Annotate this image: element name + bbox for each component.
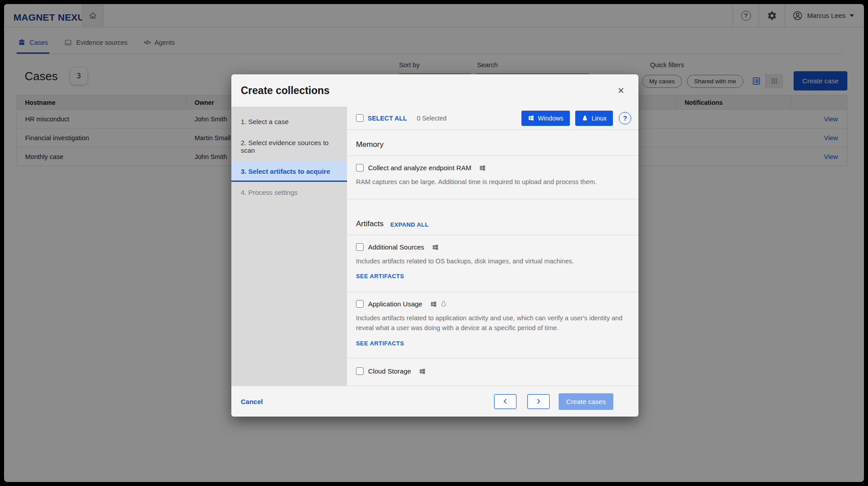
create-cases-button[interactable]: Create cases	[559, 393, 613, 410]
additional-sources-description: Includes artifacts related to OS backups…	[356, 256, 625, 266]
memory-section-title: Memory	[356, 140, 383, 149]
windows-button-label: Windows	[538, 115, 564, 122]
screen: MAGNET NEXUS™ ?	[4, 4, 864, 482]
modal-header: Create collections	[231, 74, 638, 107]
see-artifacts-link[interactable]: SEE ARTIFACTS	[356, 273, 404, 280]
wizard-steps: 1. Select a case 2. Select evidence sour…	[231, 107, 347, 386]
modal-body: 1. Select a case 2. Select evidence sour…	[231, 107, 638, 386]
create-collections-modal: Create collections 1. Select a case 2. S…	[231, 74, 638, 417]
next-step-button[interactable]	[527, 394, 550, 409]
select-all-link[interactable]: SELECT ALL	[368, 115, 407, 122]
chevron-left-icon	[502, 398, 509, 405]
windows-filter-button[interactable]: Windows	[521, 111, 570, 126]
artifacts-section-header: Artifacts EXPAND ALL	[347, 199, 638, 235]
cancel-button[interactable]: Cancel	[241, 398, 263, 405]
linux-tux-icon	[582, 115, 588, 122]
linux-filter-button[interactable]: Linux	[575, 111, 613, 126]
artifacts-section-title: Artifacts	[356, 219, 383, 228]
cloud-storage-label: Cloud Storage	[368, 367, 411, 375]
expand-all-link[interactable]: EXPAND ALL	[390, 221, 429, 228]
windows-icon	[479, 164, 486, 172]
app-window: MAGNET NEXUS™ ?	[0, 0, 868, 486]
chevron-right-icon	[535, 398, 542, 405]
additional-sources-checkbox[interactable]	[356, 243, 364, 251]
ram-label: Collect and analyze endpoint RAM	[368, 164, 471, 172]
previous-step-button[interactable]	[494, 394, 516, 409]
linux-button-label: Linux	[592, 115, 607, 122]
windows-icon	[430, 301, 437, 308]
cloud-storage-checkbox[interactable]	[356, 367, 364, 375]
close-button[interactable]	[616, 86, 626, 95]
step-select-evidence-sources[interactable]: 2. Select evidence sources to scan	[231, 132, 347, 161]
step-process-settings[interactable]: 4. Process settings	[231, 182, 347, 203]
select-all-checkbox[interactable]	[356, 114, 364, 122]
modal-footer: Cancel Create cases	[231, 386, 638, 417]
windows-icon	[432, 244, 439, 251]
linux-tux-icon	[440, 300, 447, 308]
memory-section-header: Memory	[347, 130, 638, 156]
close-icon	[617, 86, 625, 95]
ram-description: RAM captures can be large. Additional ti…	[356, 177, 625, 187]
application-usage-label: Application Usage	[368, 300, 422, 308]
ram-checkbox[interactable]	[356, 164, 364, 172]
step-select-artifacts[interactable]: 3. Select artifacts to acquire	[231, 161, 347, 182]
modal-title: Create collections	[241, 85, 330, 97]
select-all-bar: SELECT ALL 0 Selected Windows	[347, 107, 638, 130]
artifact-card-ram: Collect and analyze endpoint RAM RAM cap…	[347, 156, 638, 199]
selected-count: 0 Selected	[417, 115, 447, 122]
windows-icon	[419, 368, 426, 375]
see-artifacts-link[interactable]: SEE ARTIFACTS	[356, 340, 404, 347]
artifact-card-application-usage: Application Usage Includes artifacts re	[347, 292, 638, 358]
windows-icon	[528, 115, 534, 121]
additional-sources-label: Additional Sources	[368, 243, 424, 251]
application-usage-checkbox[interactable]	[356, 300, 364, 308]
os-icons	[430, 300, 447, 308]
artifact-card-cloud-storage: Cloud Storage	[347, 358, 638, 386]
application-usage-description: Includes artifacts related to applicatio…	[356, 313, 625, 333]
artifacts-panel: SELECT ALL 0 Selected Windows	[347, 107, 638, 386]
step-select-case[interactable]: 1. Select a case	[231, 111, 347, 132]
artifacts-help-button[interactable]: ?	[619, 112, 631, 125]
artifact-card-additional-sources: Additional Sources Includes artifacts re…	[347, 235, 638, 292]
